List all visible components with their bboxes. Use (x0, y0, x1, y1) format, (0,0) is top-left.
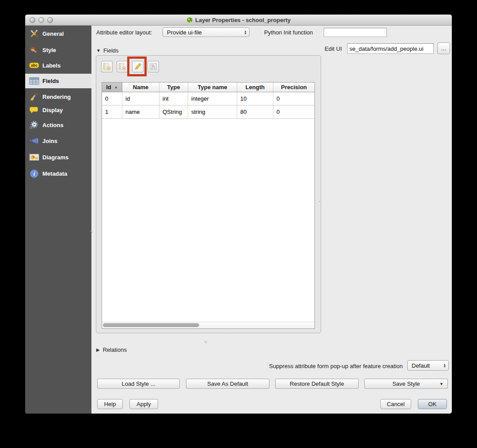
panel-resize-handle[interactable] (318, 198, 322, 206)
sidebar-item-joins[interactable]: Joins (25, 134, 91, 147)
attribute-editor-layout-dropdown[interactable]: Provide ui-file ▲▼ (163, 27, 250, 37)
column-header-id[interactable]: Id ▲ (102, 83, 122, 92)
cell-type[interactable]: int (159, 92, 188, 105)
edit-ui-input[interactable]: se_data/forms/add_people.ui (347, 43, 434, 54)
suppress-popup-dropdown[interactable]: Default ▲▼ (407, 360, 449, 371)
sidebar-item-label: Diagrams (42, 154, 68, 161)
minimize-window-button[interactable] (38, 17, 44, 23)
cell-name[interactable]: id (122, 92, 159, 105)
sidebar-item-label: General (42, 30, 64, 37)
delete-column-button[interactable] (117, 61, 128, 72)
sidebar-item-metadata[interactable]: i Metadata (25, 167, 91, 180)
svg-text:abc: abc (30, 63, 37, 68)
ok-button[interactable]: OK (418, 399, 447, 409)
column-header-label: Precision (281, 84, 307, 90)
attribute-editor-layout-label: Attribute editor layout: (96, 29, 152, 36)
help-button[interactable]: Help (97, 399, 123, 409)
sort-ascending-icon: ▲ (114, 85, 118, 89)
speech-bubble-icon (28, 105, 40, 115)
apply-button[interactable]: Apply (129, 399, 158, 409)
fields-table-header: Id ▲ Name Type Type name Length Precisio… (102, 83, 314, 92)
brush-icon (28, 91, 40, 102)
sidebar-item-diagrams[interactable]: Diagrams (25, 151, 91, 164)
cell-id[interactable]: 1 (102, 105, 122, 119)
cell-type-name[interactable]: string (188, 105, 237, 119)
column-header-label: Length (246, 84, 265, 90)
dropdown-selected-value: Provide ui-file (167, 29, 202, 36)
column-header-type-name[interactable]: Type name (188, 83, 237, 92)
python-init-input[interactable] (324, 28, 387, 37)
sidebar-item-label: Rendering (42, 94, 71, 100)
column-header-label: Type (167, 84, 180, 90)
column-header-type[interactable]: Type (159, 83, 188, 92)
restore-default-style-button[interactable]: Restore Default Style (275, 379, 359, 389)
category-sidebar: General Style abc Labels (25, 26, 91, 414)
section-splitter-handle[interactable] (204, 338, 208, 346)
edit-ui-label: Edit UI (325, 45, 342, 52)
close-window-button[interactable] (30, 17, 35, 23)
new-column-icon (103, 63, 111, 71)
field-calculator-button[interactable] (148, 61, 159, 72)
table-row[interactable]: 0 id int integer 10 0 (102, 92, 314, 105)
horizontal-scrollbar[interactable] (102, 322, 314, 328)
sidebar-item-rendering[interactable]: Rendering (25, 90, 91, 103)
toggle-editing-icon (133, 62, 142, 71)
column-header-name[interactable]: Name (122, 83, 159, 92)
cell-precision[interactable]: 0 (273, 105, 314, 119)
load-style-button[interactable]: Load Style ... (97, 379, 180, 389)
save-as-default-button[interactable]: Save As Default (186, 379, 269, 389)
cancel-button[interactable]: Cancel (380, 399, 411, 409)
cell-type[interactable]: QString (159, 105, 188, 119)
gear-play-icon (28, 120, 40, 130)
browse-ui-file-button[interactable]: ... (437, 42, 450, 54)
abc-tag-icon: abc (28, 60, 40, 71)
sidebar-splitter-handle[interactable] (90, 228, 94, 236)
sidebar-item-labels[interactable]: abc Labels (25, 59, 91, 72)
title-bar[interactable]: Layer Properties - school_property (25, 15, 452, 26)
fields-groupbox: Id ▲ Name Type Type name Length Precisio… (96, 55, 321, 333)
table-row[interactable]: 1 name QString string 80 0 (102, 105, 314, 119)
column-header-label: Name (133, 84, 148, 90)
svg-text:i: i (33, 171, 35, 177)
sidebar-item-style[interactable]: Style (25, 43, 91, 56)
sidebar-item-actions[interactable]: Actions (25, 118, 91, 132)
sidebar-item-display[interactable]: Display (25, 103, 91, 117)
cell-length[interactable]: 80 (237, 105, 273, 119)
dropdown-selected-value: Default (412, 362, 430, 369)
column-header-label: Id (106, 84, 111, 90)
cell-precision[interactable]: 0 (273, 92, 314, 105)
dropdown-arrow-icon: ▼ (439, 382, 443, 386)
cell-id[interactable]: 0 (102, 92, 122, 105)
delete-column-icon (118, 63, 126, 71)
save-style-label: Save Style (392, 380, 420, 387)
fields-section-header[interactable]: ▼ Fields (96, 47, 119, 54)
sidebar-item-general[interactable]: General (25, 27, 91, 40)
collapse-triangle-icon: ▼ (96, 48, 101, 53)
table-icon (28, 76, 40, 87)
fields-section-title: Fields (103, 47, 119, 54)
cell-name[interactable]: name (122, 105, 159, 119)
suppress-popup-label: Suppress attribute form pop-up after fea… (269, 363, 403, 369)
column-header-length[interactable]: Length (237, 83, 273, 92)
sidebar-item-label: Labels (42, 62, 61, 69)
edit-ui-value: se_data/forms/add_people.ui (349, 45, 424, 52)
stepper-arrows-icon: ▲▼ (443, 363, 446, 368)
cell-length[interactable]: 10 (237, 92, 273, 105)
stepper-arrows-icon: ▲▼ (244, 30, 247, 34)
sidebar-item-fields[interactable]: Fields (25, 74, 91, 88)
info-icon: i (28, 168, 40, 179)
column-header-precision[interactable]: Precision (273, 83, 314, 92)
fields-table: Id ▲ Name Type Type name Length Precisio… (102, 82, 315, 329)
sidebar-item-label: Joins (42, 138, 57, 144)
paintbrush-palette-icon (28, 45, 40, 55)
sidebar-item-label: Display (42, 107, 63, 113)
save-style-button[interactable]: Save Style ▼ (364, 379, 448, 389)
scrollbar-thumb[interactable] (103, 323, 199, 327)
relations-section-header[interactable]: ▶ Relations (96, 346, 127, 353)
toggle-editing-button[interactable] (132, 61, 144, 72)
zoom-window-button[interactable] (47, 17, 53, 23)
tools-icon (28, 28, 40, 39)
cell-type-name[interactable]: integer (188, 92, 237, 105)
field-calculator-icon (149, 63, 157, 71)
new-column-button[interactable] (101, 61, 113, 72)
